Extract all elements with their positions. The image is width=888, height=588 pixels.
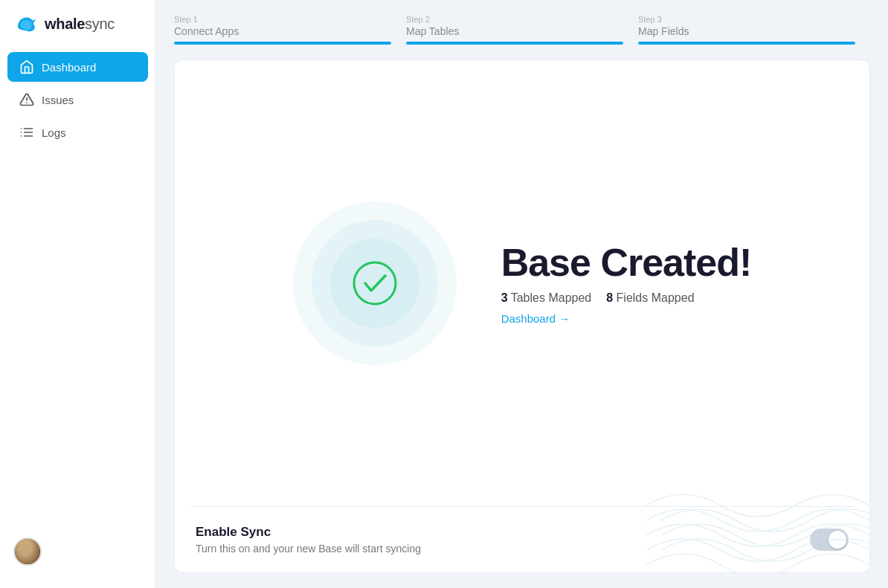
user-avatar[interactable]: [13, 537, 42, 566]
app-name: whalesync: [45, 16, 115, 33]
sidebar-item-logs[interactable]: Logs: [7, 117, 148, 147]
step-1-bar: [174, 42, 391, 45]
svg-point-8: [354, 262, 396, 304]
enable-sync-text: Enable Sync Turn this on and your new Ba…: [196, 525, 421, 555]
enable-sync-section: Enable Sync Turn this on and your new Ba…: [175, 507, 869, 572]
enable-sync-toggle[interactable]: [810, 529, 849, 551]
step-1: Step 1 Connect Apps: [174, 15, 406, 45]
success-animation: [293, 201, 457, 365]
alert-icon: [19, 92, 34, 107]
home-icon: [19, 59, 34, 74]
step-2-bar: [406, 42, 623, 45]
progress-steps: Step 1 Connect Apps Step 2 Map Tables St…: [174, 15, 870, 45]
sidebar-item-issues[interactable]: Issues: [7, 85, 148, 114]
logs-icon: [19, 125, 34, 140]
enable-sync-label: Enable Sync: [196, 525, 421, 540]
card-main: Base Created! 3 Tables Mapped 8 Fields M…: [175, 60, 869, 506]
step-2: Step 2 Map Tables: [406, 15, 638, 45]
tables-count: 3: [501, 291, 508, 304]
main-content: Step 1 Connect Apps Step 2 Map Tables St…: [156, 0, 888, 588]
step-2-title: Map Tables: [406, 25, 623, 37]
toggle-knob: [829, 531, 846, 549]
sidebar-item-dashboard[interactable]: Dashboard: [7, 52, 148, 82]
step-3-bar: [638, 42, 855, 45]
tables-stat: 3 Tables Mapped: [501, 291, 592, 305]
circle-inner: [330, 239, 419, 328]
main-card: Base Created! 3 Tables Mapped 8 Fields M…: [174, 59, 870, 573]
step-2-number: Step 2: [406, 15, 623, 24]
logo: whalesync: [0, 15, 155, 51]
fields-label: Fields Mapped: [617, 291, 695, 304]
success-stats: 3 Tables Mapped 8 Fields Mapped: [501, 291, 752, 305]
check-icon: [353, 261, 397, 306]
fields-count: 8: [606, 291, 613, 304]
step-3-title: Map Fields: [638, 25, 855, 37]
logo-icon: [15, 15, 39, 33]
fields-stat: 8 Fields Mapped: [606, 291, 694, 305]
step-1-title: Connect Apps: [174, 25, 391, 37]
issues-label: Issues: [42, 94, 74, 106]
success-info: Base Created! 3 Tables Mapped 8 Fields M…: [501, 242, 752, 325]
tables-label: Tables Mapped: [511, 291, 592, 304]
dashboard-link[interactable]: Dashboard →: [501, 312, 752, 325]
success-title: Base Created!: [501, 242, 752, 284]
dashboard-label: Dashboard: [42, 61, 96, 74]
step-3: Step 3 Map Fields: [638, 15, 870, 45]
logs-label: Logs: [42, 126, 66, 139]
step-1-number: Step 1: [174, 15, 391, 24]
enable-sync-description: Turn this on and your new Base will star…: [196, 543, 421, 555]
sidebar: whalesync Dashboard Issues Logs: [0, 0, 156, 588]
step-3-number: Step 3: [638, 15, 855, 24]
